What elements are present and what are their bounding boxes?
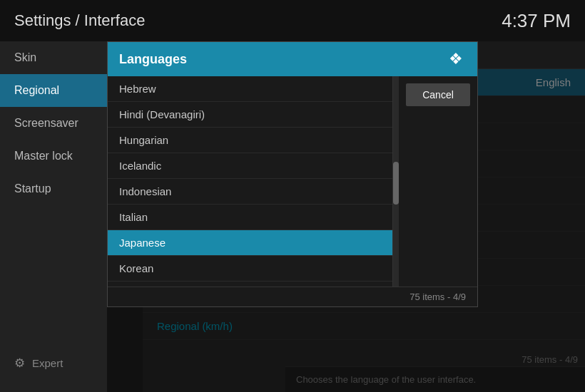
header-time: 4:37 PM xyxy=(502,10,571,32)
dialog-footer: 75 items - 4/9 xyxy=(108,287,477,306)
cancel-button[interactable]: Cancel xyxy=(406,83,470,106)
dialog-body: HebrewHindi (Devanagiri)HungarianIceland… xyxy=(108,76,477,287)
dialog-list-item[interactable]: Hungarian xyxy=(108,128,392,153)
dialog-list-item[interactable]: Korean xyxy=(108,256,392,282)
dialog-list-item[interactable]: Hebrew xyxy=(108,76,392,102)
dialog-title: Languages xyxy=(119,52,187,67)
dialog-list-item[interactable]: Icelandic xyxy=(108,153,392,179)
expert-label: Expert xyxy=(32,357,63,369)
dialog-list-item[interactable]: Hindi (Devanagiri) xyxy=(108,102,392,128)
dialog-list-item[interactable]: Italian xyxy=(108,205,392,230)
languages-dialog: Languages ❖ HebrewHindi (Devanagiri)Hung… xyxy=(107,41,478,307)
dialog-header: Languages ❖ xyxy=(108,42,477,76)
header: Settings / Interface 4:37 PM xyxy=(0,0,585,41)
dialog-list: HebrewHindi (Devanagiri)HungarianIceland… xyxy=(108,76,393,287)
dialog-sidebar: Cancel xyxy=(399,76,477,287)
dialog-scroll-thumb[interactable] xyxy=(393,162,399,205)
header-title: Settings / Interface xyxy=(14,11,145,30)
kodi-icon: ❖ xyxy=(446,49,466,69)
dialog-items-count: 75 items - 4/9 xyxy=(410,292,466,302)
dialog-scrollbar[interactable] xyxy=(393,76,399,287)
gear-icon: ⚙ xyxy=(14,356,25,371)
dialog-list-item[interactable]: Latvian xyxy=(108,282,392,287)
dialog-list-item[interactable]: Indonesian xyxy=(108,179,392,205)
dialog-list-item[interactable]: Japanese xyxy=(108,230,392,256)
dialog-overlay: Languages ❖ HebrewHindi (Devanagiri)Hung… xyxy=(107,41,585,392)
